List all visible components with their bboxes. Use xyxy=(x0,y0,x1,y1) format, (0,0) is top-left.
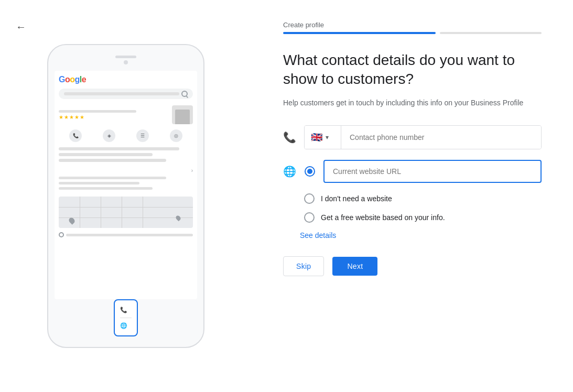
more-arrow: › xyxy=(55,167,197,175)
globe-row-icon: 🌐 xyxy=(283,165,296,178)
clock-icon xyxy=(59,232,64,237)
create-profile-label: Create profile xyxy=(283,21,542,51)
website-radio-selected[interactable] xyxy=(305,166,315,177)
more-lines xyxy=(55,175,197,194)
form-title: What contact details do you want to show… xyxy=(283,51,542,89)
progress-title-label: Create profile xyxy=(283,21,542,29)
phone-input-group[interactable]: 🇬🇧 ▾ xyxy=(304,125,542,149)
progress-filled xyxy=(283,32,436,34)
phone-screen: Google ★★★★★ xyxy=(55,71,197,299)
contact-card-web-row: 🌐 xyxy=(120,318,132,331)
phone-camera xyxy=(124,60,128,64)
action-icons-row: 📞 ◈ ☰ ◎ xyxy=(55,126,197,145)
stars-row: ★★★★★ xyxy=(55,103,197,126)
directions-icon: ◈ xyxy=(103,129,115,142)
contact-card: 📞 🌐 xyxy=(114,299,138,336)
phone-row-icon: 📞 xyxy=(283,131,296,144)
phone-search-line xyxy=(64,92,179,95)
free-website-option-row[interactable]: Get a free website based on your info. xyxy=(304,212,542,223)
country-selector[interactable]: 🇬🇧 ▾ xyxy=(305,126,341,149)
next-button[interactable]: Next xyxy=(332,257,377,276)
web-icon: ◎ xyxy=(170,129,182,142)
phone-input-row: 📞 🇬🇧 ▾ xyxy=(283,125,542,149)
contact-phone-icon: 📞 xyxy=(120,307,127,313)
no-website-label: I don't need a website xyxy=(321,194,392,203)
phone-speaker xyxy=(115,56,136,58)
stars-display: ★★★★★ xyxy=(59,114,170,120)
shop-icon xyxy=(172,105,193,124)
contact-globe-icon: 🌐 xyxy=(120,322,127,329)
website-input-group[interactable] xyxy=(323,160,542,183)
progress-bar xyxy=(283,32,542,34)
clock-line xyxy=(55,230,197,239)
country-flag: 🇬🇧 xyxy=(311,132,322,143)
left-panel: ← Google xyxy=(0,0,252,392)
see-details-link[interactable]: See details xyxy=(300,231,542,239)
skip-button[interactable]: Skip xyxy=(283,256,324,276)
website-input-row: 🌐 xyxy=(283,160,542,183)
form-subtitle: Help customers get in touch by including… xyxy=(283,97,542,108)
phone-search-bar xyxy=(59,89,193,99)
no-website-option-row[interactable]: I don't need a website xyxy=(304,193,542,204)
dropdown-arrow-icon: ▾ xyxy=(326,134,329,141)
free-website-label: Get a free website based on your info. xyxy=(321,213,445,222)
right-panel: Create profile What contact details do y… xyxy=(252,0,573,392)
phone-action-icon: 📞 xyxy=(69,129,82,142)
phone-search-icon xyxy=(181,91,188,97)
phone-number-input[interactable] xyxy=(341,126,541,149)
no-website-radio[interactable] xyxy=(304,193,315,204)
back-button[interactable]: ← xyxy=(16,21,26,33)
save-icon: ☰ xyxy=(136,129,149,142)
map-area xyxy=(59,197,193,228)
progress-empty xyxy=(440,32,542,34)
button-row: Skip Next xyxy=(283,256,542,276)
google-header: Google xyxy=(55,71,197,89)
google-logo: Google xyxy=(59,75,86,84)
contact-card-phone-row: 📞 xyxy=(120,304,132,318)
page-container: ← Google xyxy=(0,0,573,392)
website-radio-dot xyxy=(307,169,312,174)
free-website-radio[interactable] xyxy=(304,212,315,223)
phone-illustration: Google ★★★★★ xyxy=(47,44,204,348)
website-url-input[interactable] xyxy=(333,167,532,176)
content-lines xyxy=(55,145,197,167)
